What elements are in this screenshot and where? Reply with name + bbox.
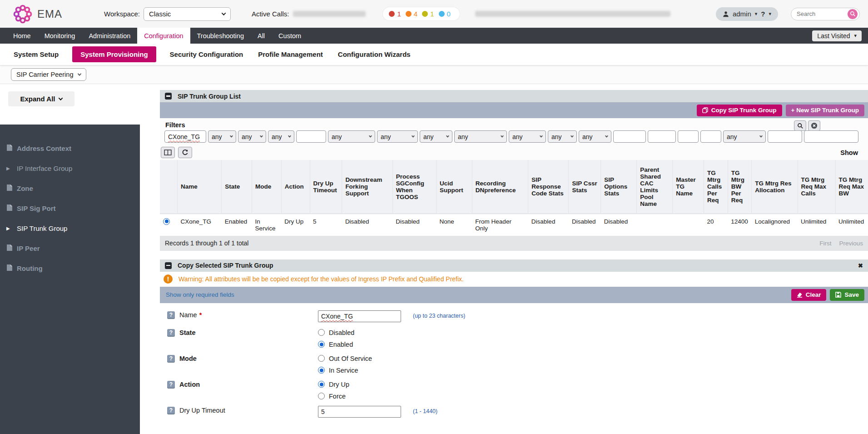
row-select-cell[interactable]	[160, 214, 177, 236]
filter-input-0[interactable]: CXone_TG	[164, 130, 206, 143]
column-header-sip-options-stats[interactable]: SIP Options Stats	[601, 160, 637, 214]
filter-input-4[interactable]	[296, 130, 326, 143]
column-header-sip-cssr-stats[interactable]: SIP Cssr Stats	[569, 160, 601, 214]
column-chooser-button[interactable]	[161, 147, 175, 158]
column-header-tg-mtrg-bw-per-req[interactable]: TG Mtrg BW Per Req	[728, 160, 752, 214]
pager-first[interactable]: First	[819, 240, 831, 247]
sidebar-item-ip-peer[interactable]: IP Peer	[0, 238, 140, 258]
expand-all-button[interactable]: Expand All	[8, 91, 74, 106]
save-button[interactable]: Save	[830, 289, 864, 301]
help-menu[interactable]: ?	[761, 10, 765, 18]
filter-select-8[interactable]: any	[454, 130, 507, 143]
new-sip-trunk-group-button[interactable]: + New SIP Trunk Group	[786, 105, 864, 116]
help-icon[interactable]: ?	[167, 381, 175, 389]
column-header-recording-dnpreference[interactable]: Recording DNpreference	[472, 160, 528, 214]
column-header-process-sgconfig-when-tgoos[interactable]: Process SGConfig When TGOOS	[392, 160, 436, 214]
tab-configuration-wizards[interactable]: Configuration Wizards	[337, 46, 412, 62]
column-header-parent-shared-cac-limits-pool-name[interactable]: Parent Shared CAC Limits Pool Name	[637, 160, 673, 214]
search-button[interactable]	[848, 9, 858, 19]
sidebar-item-zone[interactable]: Zone	[0, 178, 140, 198]
nav-item-home[interactable]: Home	[6, 28, 38, 44]
tab-system-setup[interactable]: System Setup	[12, 46, 60, 62]
pager-previous[interactable]: Previous	[839, 240, 863, 247]
nav-item-configuration[interactable]: Configuration	[137, 28, 190, 44]
filter-input-17[interactable]	[768, 130, 802, 143]
filter-input-15[interactable]	[700, 130, 721, 143]
user-menu[interactable]: admin ▾ ? ▾	[716, 7, 778, 21]
tab-security-configuration[interactable]: Security Configuration	[169, 46, 245, 62]
column-header-mode[interactable]: Mode	[252, 160, 281, 214]
radio-option-disabled[interactable]: Disabled	[318, 329, 354, 336]
search-input[interactable]	[797, 10, 840, 17]
workspace-select[interactable]: Classic	[144, 7, 231, 21]
tab-system-provisioning[interactable]: System Provisioning	[72, 46, 156, 62]
copy-sip-trunk-group-button[interactable]: Copy SIP Trunk Group	[697, 105, 782, 116]
column-header-ucid-support[interactable]: Ucid Support	[436, 160, 472, 214]
filter-select-5[interactable]: any	[328, 130, 375, 143]
help-icon[interactable]: ?	[167, 329, 175, 337]
tab-profile-management[interactable]: Profile Management	[257, 46, 324, 62]
column-header-name[interactable]: Name	[177, 160, 221, 214]
nav-item-all[interactable]: All	[251, 28, 272, 44]
nav-item-custom[interactable]: Custom	[272, 28, 308, 44]
filter-input-13[interactable]	[648, 130, 676, 143]
radio-unselected[interactable]	[318, 355, 325, 362]
help-caret-icon[interactable]: ▾	[769, 11, 771, 17]
refresh-button[interactable]	[178, 147, 192, 158]
filter-select-10[interactable]: any	[548, 130, 577, 143]
sidebar-item-ip-interface-group[interactable]: ▶IP Interface Group	[0, 158, 140, 178]
radio-option-out-of-service[interactable]: Out Of Service	[318, 355, 372, 362]
name-field[interactable]: CXone_TG	[318, 310, 401, 322]
column-header-master-tg-name[interactable]: Master TG Name	[673, 160, 704, 214]
sidebar-item-routing[interactable]: Routing	[0, 258, 140, 278]
collapse-icon[interactable]	[165, 262, 172, 269]
column-header-state[interactable]: State	[222, 160, 252, 214]
filter-select-7[interactable]: any	[420, 130, 452, 143]
nav-item-administration[interactable]: Administration	[82, 28, 137, 44]
radio-selected[interactable]	[318, 367, 325, 374]
caret-right-icon[interactable]: ▶	[6, 166, 13, 171]
radio-option-in-service[interactable]: In Service	[318, 367, 372, 374]
apply-filter-button[interactable]	[794, 120, 806, 131]
sidebar-item-sip-sig-port[interactable]: SIP Sig Port	[0, 198, 140, 218]
close-icon[interactable]: ✖	[858, 262, 863, 269]
collapse-icon[interactable]	[165, 93, 172, 100]
nav-item-troubleshooting[interactable]: Troubleshooting	[190, 28, 251, 44]
column-header-tg-mtrg-req-max-bw[interactable]: TG Mtrg Req Max BW	[835, 160, 868, 214]
sidebar-item-sip-trunk-group[interactable]: ▶SIP Trunk Group	[0, 218, 140, 238]
radio-option-enabled[interactable]: Enabled	[318, 341, 354, 348]
filter-select-16[interactable]: any	[723, 130, 766, 143]
sidebar-item-address-context[interactable]: Address Context	[0, 138, 140, 158]
filter-input-12[interactable]	[613, 130, 646, 143]
column-header-action[interactable]: Action	[281, 160, 310, 214]
column-header-dry-up-timeout[interactable]: Dry Up Timeout	[310, 160, 342, 214]
radio-option-dry-up[interactable]: Dry Up	[318, 381, 349, 388]
help-icon[interactable]: ?	[167, 311, 175, 319]
show-required-fields-link[interactable]: Show only required fields	[166, 291, 234, 298]
clear-button[interactable]: Clear	[791, 289, 827, 301]
radio-unselected[interactable]	[318, 329, 325, 336]
column-header-tg-mtrg-calls-per-req[interactable]: TG Mtrg Calls Per Req	[704, 160, 728, 214]
filter-select-9[interactable]: any	[509, 130, 546, 143]
filter-select-2[interactable]: any	[238, 130, 266, 143]
filter-select-6[interactable]: any	[377, 130, 418, 143]
caret-right-icon[interactable]: ▶	[6, 226, 13, 231]
clear-filter-button[interactable]	[808, 120, 820, 131]
table-row[interactable]: CXone_TGEnabledIn ServiceDry Up5Disabled…	[160, 214, 868, 236]
column-header-downstream-forking-support[interactable]: Downstream Forking Support	[342, 160, 392, 214]
last-visited-button[interactable]: Last Visited ▾	[812, 30, 862, 41]
help-icon[interactable]: ?	[167, 355, 175, 363]
radio-selected[interactable]	[318, 381, 325, 388]
radio-unselected[interactable]	[318, 393, 325, 399]
user-caret-icon[interactable]: ▾	[755, 11, 758, 17]
column-header-sip-response-code-stats[interactable]: SIP Response Code Stats	[528, 160, 569, 214]
radio-selected[interactable]	[318, 341, 325, 348]
radio-option-force[interactable]: Force	[318, 393, 349, 400]
row-radio[interactable]	[163, 218, 170, 225]
column-header-tg-mtrg-res-allocation[interactable]: TG Mtrg Res Allocation	[752, 160, 798, 214]
dry-up-timeout-field[interactable]: 5	[318, 406, 401, 418]
filter-input-18[interactable]	[804, 130, 858, 143]
help-icon[interactable]: ?	[167, 407, 175, 414]
filter-select-11[interactable]: any	[579, 130, 611, 143]
filter-input-14[interactable]	[678, 130, 699, 143]
